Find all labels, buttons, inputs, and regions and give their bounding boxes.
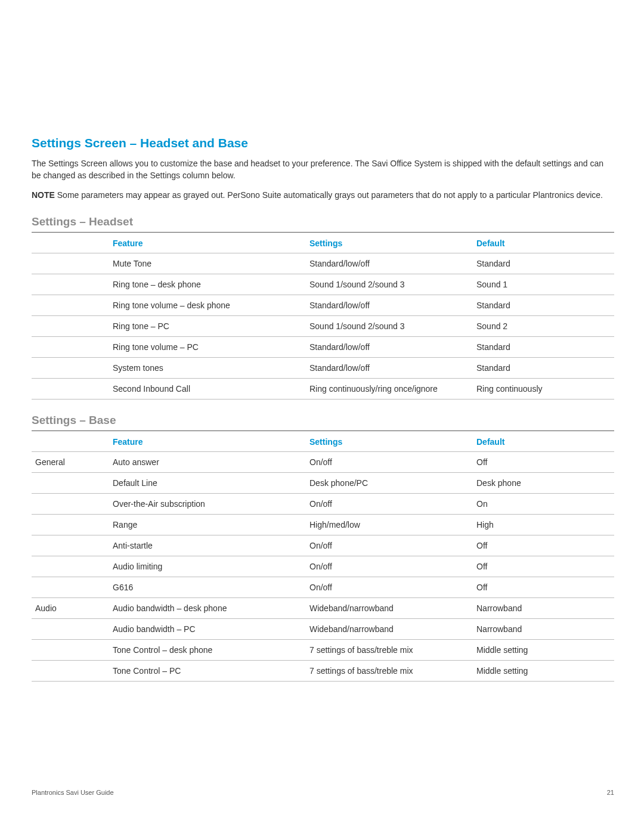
table-row: Ring tone volume – PCStandard/low/offSta… (32, 336, 614, 357)
cell-feature: Audio bandwidth – desk phone (109, 597, 306, 618)
cell-default: Standard (473, 336, 614, 357)
table-row: Audio limitingOn/offOff (32, 556, 614, 577)
note-text: Some parameters may appear as grayed out… (55, 190, 603, 200)
cell-settings: Ring continuously/ring once/ignore (306, 378, 473, 399)
base-settings-table: Feature Settings Default GeneralAuto ans… (32, 431, 614, 682)
cell-feature: Range (109, 514, 306, 535)
cell-feature: Tone Control – PC (109, 660, 306, 681)
table-row: Mute ToneStandard/low/offStandard (32, 253, 614, 274)
table-header-row: Feature Settings Default (32, 233, 614, 253)
cell-default: Narrowband (473, 597, 614, 618)
cell-default: Narrowband (473, 618, 614, 639)
cell-category (32, 660, 109, 681)
cell-settings: Standard/low/off (306, 253, 473, 274)
cell-settings: On/off (306, 535, 473, 556)
table-row: Second Inbound CallRing continuously/rin… (32, 378, 614, 399)
cell-feature: Auto answer (109, 451, 306, 472)
cell-feature: Mute Tone (109, 253, 306, 274)
cell-feature: Anti-startle (109, 535, 306, 556)
cell-feature: Over-the-Air subscription (109, 493, 306, 514)
cell-default: Standard (473, 295, 614, 315)
cell-settings: Desk phone/PC (306, 472, 473, 493)
cell-default: Sound 2 (473, 315, 614, 336)
cell-default: Middle setting (473, 660, 614, 681)
cell-category (32, 535, 109, 556)
table-row: Ring tone – desk phoneSound 1/sound 2/so… (32, 274, 614, 295)
table-row: Ring tone – PCSound 1/sound 2/sound 3Sou… (32, 315, 614, 336)
cell-default: High (473, 514, 614, 535)
cell-default: Standard (473, 357, 614, 378)
col-feature: Feature (109, 233, 306, 253)
col-settings: Settings (306, 233, 473, 253)
cell-category (32, 556, 109, 577)
cell-default: Standard (473, 253, 614, 274)
cell-default: Off (473, 535, 614, 556)
cell-category (32, 493, 109, 514)
cell-category: Audio (32, 597, 109, 618)
cell-default: Middle setting (473, 639, 614, 660)
cell-feature: Second Inbound Call (109, 378, 306, 399)
cell-settings: Standard/low/off (306, 295, 473, 315)
cell-settings: Standard/low/off (306, 357, 473, 378)
cell-feature: Ring tone – desk phone (109, 274, 306, 295)
cell-category: General (32, 451, 109, 472)
cell-feature: Audio bandwidth – PC (109, 618, 306, 639)
table-row: Tone Control – PC7 settings of bass/treb… (32, 660, 614, 681)
headset-section-heading: Settings – Headset (32, 215, 614, 233)
cell-settings: Standard/low/off (306, 336, 473, 357)
table-row: Anti-startleOn/offOff (32, 535, 614, 556)
table-row: RangeHigh/med/lowHigh (32, 514, 614, 535)
cell-default: Off (473, 451, 614, 472)
cell-settings: Sound 1/sound 2/sound 3 (306, 274, 473, 295)
cell-feature: G616 (109, 577, 306, 597)
cell-settings: Sound 1/sound 2/sound 3 (306, 315, 473, 336)
col-feature: Feature (109, 431, 306, 452)
table-row: Audio bandwidth – PCWideband/narrowbandN… (32, 618, 614, 639)
cell-feature: Audio limiting (109, 556, 306, 577)
cell-feature: Ring tone volume – PC (109, 336, 306, 357)
cell-default: Desk phone (473, 472, 614, 493)
table-header-row: Feature Settings Default (32, 431, 614, 452)
table-row: Over-the-Air subscriptionOn/offOn (32, 493, 614, 514)
cell-settings: On/off (306, 451, 473, 472)
note-paragraph: NOTE Some parameters may appear as graye… (32, 189, 614, 201)
cell-settings: High/med/low (306, 514, 473, 535)
cell-feature: Ring tone – PC (109, 315, 306, 336)
note-label: NOTE (32, 190, 55, 200)
cell-default: Off (473, 556, 614, 577)
table-row: Tone Control – desk phone7 settings of b… (32, 639, 614, 660)
col-default: Default (473, 431, 614, 452)
page-title: Settings Screen – Headset and Base (32, 136, 614, 150)
cell-settings: On/off (306, 556, 473, 577)
cell-feature: Tone Control – desk phone (109, 639, 306, 660)
cell-settings: 7 settings of bass/treble mix (306, 639, 473, 660)
base-section-heading: Settings – Base (32, 414, 614, 431)
cell-default: Off (473, 577, 614, 597)
intro-paragraph: The Settings Screen allows you to custom… (32, 157, 614, 182)
table-row: Ring tone volume – desk phoneStandard/lo… (32, 295, 614, 315)
cell-settings: On/off (306, 493, 473, 514)
cell-category (32, 472, 109, 493)
cell-settings: Wideband/narrowband (306, 618, 473, 639)
cell-settings: On/off (306, 577, 473, 597)
cell-category (32, 639, 109, 660)
cell-feature: Ring tone volume – desk phone (109, 295, 306, 315)
page-footer: Plantronics Savi User Guide 21 (0, 789, 644, 796)
headset-settings-table: Feature Settings Default Mute ToneStanda… (32, 233, 614, 400)
cell-default: Ring continuously (473, 378, 614, 399)
cell-settings: Wideband/narrowband (306, 597, 473, 618)
footer-page-number: 21 (607, 789, 614, 796)
cell-category (32, 618, 109, 639)
cell-default: Sound 1 (473, 274, 614, 295)
cell-feature: System tones (109, 357, 306, 378)
cell-category (32, 514, 109, 535)
cell-settings: 7 settings of bass/treble mix (306, 660, 473, 681)
table-row: AudioAudio bandwidth – desk phoneWideban… (32, 597, 614, 618)
cell-feature: Default Line (109, 472, 306, 493)
col-default: Default (473, 233, 614, 253)
table-row: GeneralAuto answerOn/offOff (32, 451, 614, 472)
footer-left: Plantronics Savi User Guide (32, 789, 114, 796)
cell-default: On (473, 493, 614, 514)
table-row: Default LineDesk phone/PCDesk phone (32, 472, 614, 493)
col-settings: Settings (306, 431, 473, 452)
